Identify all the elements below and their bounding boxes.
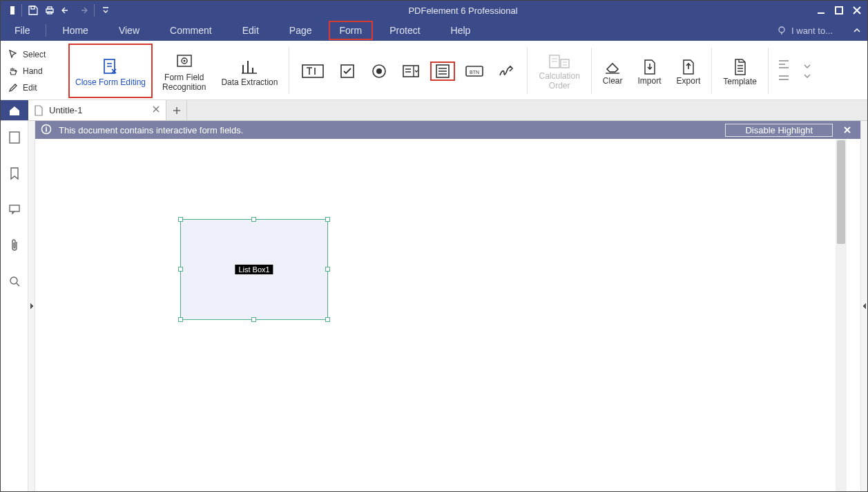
svg-rect-24 (10, 205, 19, 211)
attachments-panel-icon[interactable] (5, 236, 24, 255)
svg-point-25 (10, 277, 17, 284)
resize-handle[interactable] (178, 317, 183, 322)
list-box-field[interactable]: List Box1 (180, 219, 328, 320)
checkbox-tool[interactable] (335, 63, 360, 79)
document-tabs: Untitle-1 (1, 100, 867, 121)
radio-button-tool[interactable] (367, 63, 392, 79)
menu-edit[interactable]: Edit (227, 20, 274, 41)
left-sidebar (1, 121, 28, 491)
edit-tool[interactable]: Edit (6, 81, 64, 95)
menu-bar: File Home View Comment Edit Page Form Pr… (1, 20, 867, 41)
window-title: PDFelement 6 Professional (114, 6, 812, 16)
close-form-editing-label: Close Form Editing (75, 77, 146, 87)
thumbnails-panel-icon[interactable] (5, 128, 24, 147)
add-tab-button[interactable] (166, 100, 187, 120)
info-message: This document contains interactive form … (59, 125, 243, 135)
i-want-to-label: I want to... (791, 26, 833, 36)
menu-view[interactable]: View (104, 20, 155, 41)
scrollbar-thumb[interactable] (837, 140, 845, 244)
dropdown-tool[interactable] (398, 63, 423, 79)
signature-field-tool[interactable] (494, 63, 519, 79)
svg-rect-21 (561, 59, 569, 68)
bookmarks-panel-icon[interactable] (5, 164, 24, 183)
right-panel-expander[interactable] (860, 121, 867, 491)
hand-tool[interactable]: Hand (6, 64, 64, 78)
svg-rect-1 (6, 6, 10, 15)
clear-button[interactable]: Clear (597, 44, 628, 98)
search-panel-icon[interactable] (5, 272, 24, 291)
disable-highlight-button[interactable]: Disable Highlight (725, 124, 833, 137)
svg-rect-4 (48, 7, 52, 9)
menu-comment[interactable]: Comment (155, 20, 227, 41)
calculation-order-button[interactable]: Calculation Order (533, 44, 585, 98)
vertical-scrollbar[interactable] (836, 139, 847, 491)
field-name-label: List Box1 (235, 265, 273, 274)
left-panel-expander[interactable] (28, 121, 35, 491)
button-tool[interactable]: BTN (462, 64, 487, 78)
menu-file[interactable]: File (1, 20, 44, 41)
text-field-tool[interactable] (298, 62, 328, 80)
app-icon (2, 2, 19, 19)
info-bar: This document contains interactive form … (35, 121, 860, 139)
resize-handle[interactable] (178, 267, 183, 272)
i-want-to[interactable]: I want to... (776, 20, 847, 41)
collapse-ribbon-button[interactable] (847, 20, 867, 41)
resize-handle[interactable] (251, 317, 256, 322)
close-form-editing-button[interactable]: Close Form Editing (68, 44, 153, 98)
menu-protect[interactable]: Protect (374, 20, 435, 41)
import-button[interactable]: Import (633, 44, 667, 98)
resize-handle[interactable] (178, 217, 183, 222)
menu-home[interactable]: Home (48, 20, 104, 41)
home-tab-button[interactable] (1, 100, 28, 120)
ribbon: Select Hand Edit Close Form Editing Form… (1, 41, 867, 100)
svg-rect-12 (302, 65, 323, 77)
svg-point-11 (183, 59, 185, 62)
info-close-icon[interactable] (840, 122, 855, 138)
qat-dropdown-icon[interactable] (97, 2, 114, 19)
save-icon[interactable] (25, 2, 41, 19)
document-tab[interactable]: Untitle-1 (28, 100, 166, 120)
maximize-button[interactable] (830, 2, 848, 19)
export-button[interactable]: Export (671, 44, 706, 98)
resize-handle[interactable] (325, 267, 330, 272)
align-dropdown-arrows[interactable] (798, 44, 817, 98)
close-tab-icon[interactable] (152, 105, 160, 115)
template-button[interactable]: Template (717, 44, 762, 98)
list-box-tool[interactable] (430, 62, 455, 81)
svg-rect-2 (31, 6, 35, 9)
svg-rect-6 (836, 7, 842, 14)
menu-help[interactable]: Help (436, 20, 486, 41)
title-bar: PDFelement 6 Professional (1, 1, 867, 20)
select-tool[interactable]: Select (6, 48, 64, 62)
menu-form[interactable]: Form (329, 21, 374, 40)
undo-icon[interactable] (58, 2, 75, 19)
info-icon (41, 124, 52, 137)
svg-text:BTN: BTN (470, 70, 479, 75)
close-button[interactable] (848, 2, 866, 19)
form-field-recognition-button[interactable]: Form Field Recognition (157, 44, 211, 98)
align-dropdown[interactable] (774, 44, 793, 98)
document-tab-label: Untitle-1 (49, 105, 82, 115)
resize-handle[interactable] (251, 217, 256, 222)
svg-point-7 (779, 27, 784, 32)
document-canvas[interactable]: This document contains interactive form … (35, 121, 860, 491)
page-view[interactable]: List Box1 (35, 139, 847, 491)
redo-icon[interactable] (75, 2, 91, 19)
comments-panel-icon[interactable] (5, 200, 24, 219)
svg-point-15 (376, 68, 382, 74)
print-icon[interactable] (41, 2, 58, 19)
menu-page[interactable]: Page (274, 20, 327, 41)
minimize-button[interactable] (812, 2, 830, 19)
data-extraction-button[interactable]: Data Extraction (215, 44, 283, 98)
resize-handle[interactable] (325, 317, 330, 322)
resize-handle[interactable] (325, 217, 330, 222)
